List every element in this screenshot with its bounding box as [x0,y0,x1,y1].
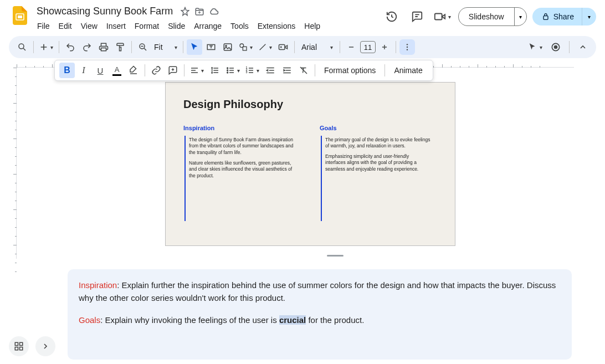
note2-a: : Explain why invoking the feelings of t… [100,315,279,325]
share-dropdown[interactable]: ▾ [582,8,596,25]
bold-icon[interactable]: B [59,63,75,78]
shape-icon[interactable]: ▾ [237,39,255,55]
svg-point-9 [225,45,227,47]
line-spacing-icon[interactable] [207,63,223,78]
textbox-icon[interactable] [203,39,219,55]
menu-format[interactable]: Format [131,19,163,33]
svg-rect-27 [20,347,23,350]
note2-selected: crucial [279,315,306,325]
next-icon[interactable] [35,336,55,356]
indent-inc-icon[interactable] [279,63,295,78]
redo-icon[interactable] [79,39,95,55]
speaker-notes[interactable]: Inspiration: Explain further the inspira… [68,269,572,360]
col2-p1[interactable]: The primary goal of the design is to evo… [325,137,430,150]
col1-head[interactable]: Inspiration [183,125,214,131]
undo-icon[interactable] [63,39,78,55]
menu-help[interactable]: Help [300,19,324,33]
zoom-select[interactable]: Fit▾ [152,39,180,55]
menubar: File Edit View Insert Format Slide Arran… [33,19,382,33]
highlight-icon[interactable] [126,63,141,78]
col1-p1[interactable]: The design of Sunny Book Farm draws insp… [189,137,294,156]
print-icon[interactable] [96,39,111,55]
select-tool-icon[interactable] [187,39,202,55]
collapse-icon[interactable] [575,39,591,55]
underline-icon[interactable]: U [93,63,108,78]
svg-rect-3 [544,16,548,20]
italic-icon[interactable]: I [76,63,91,78]
svg-point-18 [227,68,228,69]
image-icon[interactable] [220,39,235,55]
meet-icon[interactable]: ▾ [433,7,453,27]
col2-p2[interactable]: Emphasizing simplicity and user-friendly… [325,153,430,172]
add-comment-icon[interactable] [165,63,181,78]
note2-label: Goals [79,315,100,325]
align-icon[interactable]: ▾ [188,63,206,78]
clear-format-icon[interactable] [296,63,311,78]
bottom-left-nav [9,336,55,356]
history-icon[interactable] [382,7,402,27]
text-color-icon[interactable]: A [109,63,125,78]
doc-title[interactable]: Showcasing Sunny Book Farm [33,4,176,18]
menu-insert[interactable]: Insert [102,19,130,33]
bullet-list-icon[interactable]: ▾ [224,63,242,78]
line-icon[interactable]: ▾ [256,39,274,55]
comments-icon[interactable] [407,7,427,27]
slides-logo[interactable] [9,4,31,27]
animate-button[interactable]: Animate [388,66,428,75]
font-select[interactable]: Arial▾ [298,39,336,55]
menu-tools[interactable]: Tools [227,19,253,33]
note2-b: for the product. [306,315,364,325]
menu-slide[interactable]: Slide [164,19,189,33]
menu-file[interactable]: File [33,19,54,33]
svg-rect-1 [18,16,22,18]
svg-point-15 [407,49,408,50]
format-options-button[interactable]: Format options [319,66,381,75]
slideshow-dropdown[interactable]: ▾ [514,8,526,25]
more-icon[interactable] [399,39,415,55]
menu-view[interactable]: View [77,19,101,33]
notes-resize-handle[interactable] [327,255,343,257]
menu-edit[interactable]: Edit [55,19,76,33]
paint-format-icon[interactable] [112,39,128,55]
share-group: Share ▾ [532,8,596,25]
zoom-icon[interactable] [135,39,151,55]
number-list-icon[interactable]: 123▾ [243,63,262,78]
cloud-icon[interactable] [208,6,219,17]
svg-point-17 [555,46,557,49]
star-icon[interactable] [180,6,191,17]
svg-point-14 [407,47,408,48]
share-button[interactable]: Share [532,8,582,25]
indent-dec-icon[interactable] [263,63,278,78]
main-toolbar: ▾ Fit▾ ▾ ▾ Arial▾ 11 ▾ [9,36,596,58]
slide[interactable]: Design Philosophy Inspiration Goals The … [165,82,455,246]
font-dec-icon[interactable] [343,39,359,55]
font-size-input[interactable]: 11 [360,41,376,53]
slideshow-button[interactable]: Slideshow [459,8,514,25]
text-format-toolbar: B I U A ▾ ▾ 123▾ Format options Animate [54,60,433,81]
canvas-area: Design Philosophy Inspiration Goals The … [0,59,605,364]
ruler-vertical [8,68,17,259]
svg-text:3: 3 [246,71,248,74]
app-header: Showcasing Sunny Book Farm File Edit Vie… [0,0,605,33]
menu-extensions[interactable]: Extensions [254,19,299,33]
accent-line-2 [321,136,322,221]
svg-point-20 [227,72,228,73]
menu-arrange[interactable]: Arrange [190,19,225,33]
slide-title[interactable]: Design Philosophy [183,98,283,111]
svg-point-19 [227,70,228,71]
grid-view-icon[interactable] [9,336,29,356]
cursor-mode-icon[interactable]: ▾ [525,39,545,55]
search-icon[interactable] [14,39,30,55]
slideshow-group: Slideshow ▾ [458,7,527,26]
col1-p2[interactable]: Nature elements like sunflowers, green p… [189,160,294,179]
video-cam-icon[interactable] [275,39,291,55]
font-inc-icon[interactable] [377,39,392,55]
new-slide-button[interactable]: ▾ [37,39,55,55]
svg-rect-2 [435,14,442,20]
col2-head[interactable]: Goals [320,125,337,131]
svg-rect-24 [15,342,18,345]
link-icon[interactable] [148,63,164,78]
svg-rect-25 [20,342,23,345]
record-icon[interactable] [548,39,563,55]
move-icon[interactable] [194,6,205,17]
